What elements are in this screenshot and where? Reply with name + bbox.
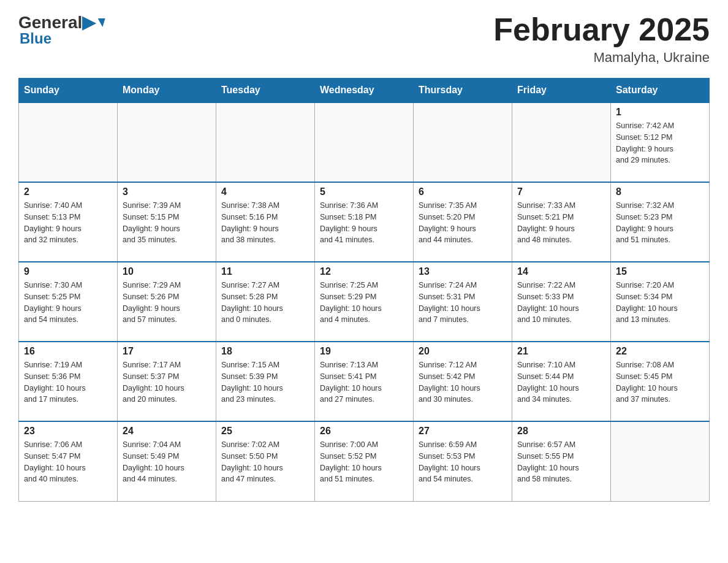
day-info: Sunrise: 7:04 AM Sunset: 5:49 PM Dayligh… bbox=[123, 439, 211, 485]
day-number: 15 bbox=[616, 266, 704, 277]
logo-blue-text: Blue bbox=[20, 30, 105, 47]
day-number: 11 bbox=[221, 266, 309, 277]
logo: General▶ Blue bbox=[18, 12, 105, 47]
day-number: 18 bbox=[221, 346, 309, 357]
day-info: Sunrise: 7:00 AM Sunset: 5:52 PM Dayligh… bbox=[320, 439, 408, 485]
day-number: 12 bbox=[320, 266, 408, 277]
calendar-cell: 25Sunrise: 7:02 AM Sunset: 5:50 PM Dayli… bbox=[216, 421, 315, 501]
day-info: Sunrise: 6:57 AM Sunset: 5:55 PM Dayligh… bbox=[517, 439, 605, 485]
day-info: Sunrise: 7:19 AM Sunset: 5:36 PM Dayligh… bbox=[24, 359, 112, 405]
calendar-cell: 28Sunrise: 6:57 AM Sunset: 5:55 PM Dayli… bbox=[512, 421, 611, 501]
day-info: Sunrise: 6:59 AM Sunset: 5:53 PM Dayligh… bbox=[419, 439, 507, 485]
calendar-cell: 1Sunrise: 7:42 AM Sunset: 5:12 PM Daylig… bbox=[611, 102, 710, 182]
weekday-monday: Monday bbox=[118, 79, 216, 103]
day-info: Sunrise: 7:42 AM Sunset: 5:12 PM Dayligh… bbox=[616, 120, 704, 166]
weekday-wednesday: Wednesday bbox=[315, 79, 414, 103]
calendar-cell bbox=[611, 421, 710, 501]
day-number: 27 bbox=[419, 426, 507, 437]
day-info: Sunrise: 7:38 AM Sunset: 5:16 PM Dayligh… bbox=[221, 200, 309, 246]
day-info: Sunrise: 7:13 AM Sunset: 5:41 PM Dayligh… bbox=[320, 359, 408, 405]
calendar-cell: 12Sunrise: 7:25 AM Sunset: 5:29 PM Dayli… bbox=[315, 262, 414, 342]
day-number: 24 bbox=[123, 426, 211, 437]
calendar-cell: 6Sunrise: 7:35 AM Sunset: 5:20 PM Daylig… bbox=[414, 182, 512, 262]
logo-general-text: General bbox=[18, 13, 82, 33]
day-number: 20 bbox=[419, 346, 507, 357]
calendar-cell: 24Sunrise: 7:04 AM Sunset: 5:49 PM Dayli… bbox=[118, 421, 216, 501]
day-info: Sunrise: 7:22 AM Sunset: 5:33 PM Dayligh… bbox=[517, 280, 605, 326]
calendar-body: 1Sunrise: 7:42 AM Sunset: 5:12 PM Daylig… bbox=[19, 102, 710, 501]
calendar-cell: 3Sunrise: 7:39 AM Sunset: 5:15 PM Daylig… bbox=[118, 182, 216, 262]
calendar-cell bbox=[118, 102, 216, 182]
week-row-1: 2Sunrise: 7:40 AM Sunset: 5:13 PM Daylig… bbox=[19, 182, 710, 262]
day-number: 16 bbox=[24, 346, 112, 357]
day-number: 17 bbox=[123, 346, 211, 357]
calendar-header: SundayMondayTuesdayWednesdayThursdayFrid… bbox=[19, 79, 710, 103]
day-number: 19 bbox=[320, 346, 408, 357]
logo-arrow-icon bbox=[97, 18, 105, 27]
day-number: 7 bbox=[517, 186, 605, 197]
calendar-cell: 18Sunrise: 7:15 AM Sunset: 5:39 PM Dayli… bbox=[216, 342, 315, 421]
weekday-tuesday: Tuesday bbox=[216, 79, 315, 103]
day-info: Sunrise: 7:30 AM Sunset: 5:25 PM Dayligh… bbox=[24, 280, 112, 326]
day-info: Sunrise: 7:35 AM Sunset: 5:20 PM Dayligh… bbox=[419, 200, 507, 246]
calendar-cell: 4Sunrise: 7:38 AM Sunset: 5:16 PM Daylig… bbox=[216, 182, 315, 262]
weekday-saturday: Saturday bbox=[611, 79, 710, 103]
calendar-cell bbox=[512, 102, 611, 182]
day-info: Sunrise: 7:12 AM Sunset: 5:42 PM Dayligh… bbox=[419, 359, 507, 405]
day-info: Sunrise: 7:25 AM Sunset: 5:29 PM Dayligh… bbox=[320, 280, 408, 326]
month-title: February 2025 bbox=[493, 12, 710, 47]
calendar-cell: 26Sunrise: 7:00 AM Sunset: 5:52 PM Dayli… bbox=[315, 421, 414, 501]
day-number: 4 bbox=[221, 186, 309, 197]
day-number: 21 bbox=[517, 346, 605, 357]
week-row-2: 9Sunrise: 7:30 AM Sunset: 5:25 PM Daylig… bbox=[19, 262, 710, 342]
calendar-cell: 5Sunrise: 7:36 AM Sunset: 5:18 PM Daylig… bbox=[315, 182, 414, 262]
calendar-cell bbox=[414, 102, 512, 182]
day-info: Sunrise: 7:40 AM Sunset: 5:13 PM Dayligh… bbox=[24, 200, 112, 246]
weekday-friday: Friday bbox=[512, 79, 611, 103]
day-number: 6 bbox=[419, 186, 507, 197]
weekday-thursday: Thursday bbox=[414, 79, 512, 103]
calendar-cell: 13Sunrise: 7:24 AM Sunset: 5:31 PM Dayli… bbox=[414, 262, 512, 342]
day-number: 28 bbox=[517, 426, 605, 437]
calendar-table: SundayMondayTuesdayWednesdayThursdayFrid… bbox=[18, 78, 710, 502]
day-info: Sunrise: 7:27 AM Sunset: 5:28 PM Dayligh… bbox=[221, 280, 309, 326]
page-header: General▶ Blue February 2025 Mamalyha, Uk… bbox=[18, 12, 710, 66]
day-info: Sunrise: 7:36 AM Sunset: 5:18 PM Dayligh… bbox=[320, 200, 408, 246]
calendar-cell: 8Sunrise: 7:32 AM Sunset: 5:23 PM Daylig… bbox=[611, 182, 710, 262]
day-info: Sunrise: 7:06 AM Sunset: 5:47 PM Dayligh… bbox=[24, 439, 112, 485]
day-number: 3 bbox=[123, 186, 211, 197]
calendar-cell: 20Sunrise: 7:12 AM Sunset: 5:42 PM Dayli… bbox=[414, 342, 512, 421]
day-info: Sunrise: 7:33 AM Sunset: 5:21 PM Dayligh… bbox=[517, 200, 605, 246]
day-info: Sunrise: 7:02 AM Sunset: 5:50 PM Dayligh… bbox=[221, 439, 309, 485]
calendar-cell: 23Sunrise: 7:06 AM Sunset: 5:47 PM Dayli… bbox=[19, 421, 118, 501]
day-number: 9 bbox=[24, 266, 112, 277]
day-info: Sunrise: 7:24 AM Sunset: 5:31 PM Dayligh… bbox=[419, 280, 507, 326]
day-number: 22 bbox=[616, 346, 704, 357]
day-info: Sunrise: 7:08 AM Sunset: 5:45 PM Dayligh… bbox=[616, 359, 704, 405]
day-number: 2 bbox=[24, 186, 112, 197]
calendar-cell: 7Sunrise: 7:33 AM Sunset: 5:21 PM Daylig… bbox=[512, 182, 611, 262]
day-number: 23 bbox=[24, 426, 112, 437]
day-number: 8 bbox=[616, 186, 704, 197]
day-number: 13 bbox=[419, 266, 507, 277]
day-info: Sunrise: 7:32 AM Sunset: 5:23 PM Dayligh… bbox=[616, 200, 704, 246]
calendar-cell: 10Sunrise: 7:29 AM Sunset: 5:26 PM Dayli… bbox=[118, 262, 216, 342]
day-number: 26 bbox=[320, 426, 408, 437]
calendar-cell: 22Sunrise: 7:08 AM Sunset: 5:45 PM Dayli… bbox=[611, 342, 710, 421]
day-info: Sunrise: 7:20 AM Sunset: 5:34 PM Dayligh… bbox=[616, 280, 704, 326]
day-number: 10 bbox=[123, 266, 211, 277]
week-row-4: 23Sunrise: 7:06 AM Sunset: 5:47 PM Dayli… bbox=[19, 421, 710, 501]
day-number: 1 bbox=[616, 107, 704, 118]
title-section: February 2025 Mamalyha, Ukraine bbox=[493, 12, 710, 66]
week-row-3: 16Sunrise: 7:19 AM Sunset: 5:36 PM Dayli… bbox=[19, 342, 710, 421]
weekday-sunday: Sunday bbox=[19, 79, 118, 103]
day-info: Sunrise: 7:10 AM Sunset: 5:44 PM Dayligh… bbox=[517, 359, 605, 405]
calendar-cell bbox=[315, 102, 414, 182]
day-info: Sunrise: 7:17 AM Sunset: 5:37 PM Dayligh… bbox=[123, 359, 211, 405]
calendar-cell: 19Sunrise: 7:13 AM Sunset: 5:41 PM Dayli… bbox=[315, 342, 414, 421]
day-number: 5 bbox=[320, 186, 408, 197]
calendar-cell bbox=[19, 102, 118, 182]
calendar-cell: 17Sunrise: 7:17 AM Sunset: 5:37 PM Dayli… bbox=[118, 342, 216, 421]
calendar-cell: 27Sunrise: 6:59 AM Sunset: 5:53 PM Dayli… bbox=[414, 421, 512, 501]
weekday-header-row: SundayMondayTuesdayWednesdayThursdayFrid… bbox=[19, 79, 710, 103]
